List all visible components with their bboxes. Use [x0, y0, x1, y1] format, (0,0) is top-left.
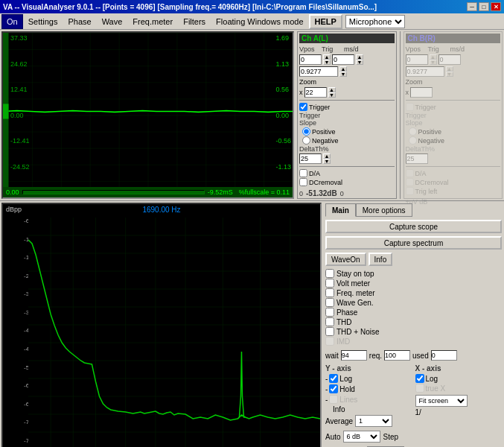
minimize-button[interactable]: ─: [467, 2, 477, 11]
b-trig-input[interactable]: [438, 54, 461, 65]
b-negative-radio[interactable]: [409, 136, 417, 145]
trig-down[interactable]: ▼: [356, 60, 363, 65]
used-input[interactable]: [431, 350, 457, 361]
imd-checkbox[interactable]: [325, 337, 334, 346]
menu-freq-meter[interactable]: Freq.meter: [127, 14, 178, 29]
waveon-button[interactable]: WaveOn: [325, 253, 366, 266]
tab-main[interactable]: Main: [325, 203, 356, 217]
b-trigleft-row: Trig left: [406, 187, 501, 195]
thd-row: THD: [325, 317, 502, 326]
menu-help[interactable]: HELP: [309, 14, 342, 29]
average-row: Average 1 2 4: [325, 415, 412, 427]
oscilloscope-section: 1.69 1.13 0.56 0.00 -0.56 -1.13 -1.69 37…: [0, 30, 504, 201]
microphone-select[interactable]: Microphone: [345, 15, 405, 28]
b-vpos-input[interactable]: [406, 54, 428, 65]
b-delta-input[interactable]: [406, 153, 428, 164]
menu-phase[interactable]: Phase: [63, 14, 96, 29]
zoom-input[interactable]: [304, 87, 327, 98]
delta-input[interactable]: [299, 153, 322, 164]
b-dcremoval-label: DCremoval: [415, 179, 449, 186]
freq-meter-label: Freq. meter: [336, 289, 375, 297]
req-label: req.: [369, 352, 382, 360]
trig-up[interactable]: ▲: [356, 54, 363, 60]
wave-gen-checkbox[interactable]: [325, 298, 334, 307]
vpos-input-row: ▲ ▼ ▲ ▼: [299, 54, 395, 65]
msd-up[interactable]: ▲: [339, 66, 347, 72]
x-log-label: Log: [426, 375, 438, 383]
msd-input[interactable]: [299, 66, 338, 77]
req-input[interactable]: [384, 350, 410, 361]
y-lines-row: Lines: [329, 395, 357, 404]
volt-meter-checkbox[interactable]: [325, 279, 334, 288]
thd-checkbox[interactable]: [325, 317, 334, 326]
average-select[interactable]: 1 2 4: [355, 415, 392, 427]
ms-label: ms/d: [344, 45, 359, 53]
scope-time-slider[interactable]: [22, 190, 205, 194]
scope-time-end: -9.52mS: [208, 188, 233, 196]
slope-label: TriggerSlope: [299, 112, 395, 127]
b-msd-input[interactable]: [406, 66, 444, 77]
thd-noise-label: THD + Noise: [336, 328, 380, 336]
zoom-label: Zoom: [299, 78, 316, 86]
phase-checkbox[interactable]: [325, 308, 334, 317]
b-positive-radio[interactable]: [409, 127, 417, 136]
x-truex-checkbox[interactable]: [415, 384, 424, 393]
menu-floating[interactable]: Floating Windows mode: [211, 14, 308, 29]
b-da-checkbox[interactable]: [406, 169, 414, 177]
y-dash-row: - Log: [325, 374, 412, 384]
tab-more-options[interactable]: More options: [356, 203, 412, 217]
dcremoval-checkbox[interactable]: [299, 178, 307, 186]
freq-meter-checkbox[interactable]: [325, 288, 334, 297]
y-hold-checkbox[interactable]: [329, 384, 338, 393]
zoom-up[interactable]: ▲: [328, 87, 336, 92]
scope-display: 1.69 1.13 0.56 0.00 -0.56 -1.13 -1.69 37…: [1, 31, 294, 199]
y-hold-row-wrap: - Hold: [325, 384, 412, 394]
wait-input[interactable]: [341, 350, 367, 361]
b-trigger-checkbox[interactable]: [406, 103, 414, 111]
stay-on-top-checkbox[interactable]: [325, 269, 334, 278]
trig-spinner: ▲ ▼: [356, 54, 363, 65]
bottom-section: 1690.00 Hz dBpp -6.0 -12.0 -18.0 -24.0 -…: [0, 201, 504, 447]
y-lines-checkbox[interactable]: [329, 395, 338, 404]
b-dcremoval-checkbox[interactable]: [406, 178, 414, 186]
menu-wave[interactable]: Wave: [97, 14, 128, 29]
da-checkbox[interactable]: [299, 169, 307, 177]
x-log-checkbox[interactable]: [415, 374, 424, 383]
trigger-checkbox[interactable]: [299, 103, 307, 111]
delta-down[interactable]: ▼: [323, 159, 331, 164]
scope-fullscale: %fullscale = 0.11: [239, 188, 290, 196]
delta-input-row: ▲ ▼: [299, 153, 395, 164]
b-trigleft-label: Trig left: [415, 188, 438, 195]
menu-on[interactable]: On: [1, 14, 23, 29]
x-truex-row: true X: [415, 384, 503, 393]
b-trigger-label: Trigger: [415, 104, 436, 111]
capture-scope-button[interactable]: Capture scope: [325, 220, 502, 233]
b-trigleft-checkbox[interactable]: [406, 187, 414, 195]
close-button[interactable]: ✕: [491, 2, 501, 11]
menu-filters[interactable]: Filters: [178, 14, 211, 29]
info-button[interactable]: Info: [369, 253, 393, 266]
menu-settings[interactable]: Settings: [23, 14, 63, 29]
step-select[interactable]: 6 dB 3 dB 10 dB: [343, 431, 380, 443]
msd-down[interactable]: ▼: [339, 72, 347, 77]
vpos-down[interactable]: ▼: [323, 60, 331, 65]
zoom-down[interactable]: ▼: [328, 92, 336, 98]
maximize-button[interactable]: □: [479, 2, 489, 11]
b-zoom-input[interactable]: [410, 87, 433, 98]
delta-up[interactable]: ▲: [323, 153, 331, 159]
capture-spectrum-button[interactable]: Capture spectrum: [325, 236, 502, 250]
spectrum-freq-label: 1690.00 Hz: [3, 206, 320, 214]
b-vpos-spinner: ▲ ▼: [430, 54, 437, 65]
phase-row: Phase: [325, 308, 502, 317]
vpos-up[interactable]: ▲: [323, 54, 331, 60]
vpos-input[interactable]: [299, 54, 322, 65]
b-trigger-row: Trigger: [406, 103, 501, 111]
b-positive-row: Positive: [406, 127, 501, 136]
trig-input[interactable]: [332, 54, 354, 65]
zoom-input-row: x ▲ ▼: [299, 87, 395, 98]
fit-screen-select[interactable]: Fit screen: [415, 395, 468, 407]
thd-noise-checkbox[interactable]: [325, 327, 334, 336]
positive-radio[interactable]: [302, 127, 310, 136]
negative-radio[interactable]: [302, 136, 310, 145]
y-log-checkbox[interactable]: [329, 374, 338, 383]
